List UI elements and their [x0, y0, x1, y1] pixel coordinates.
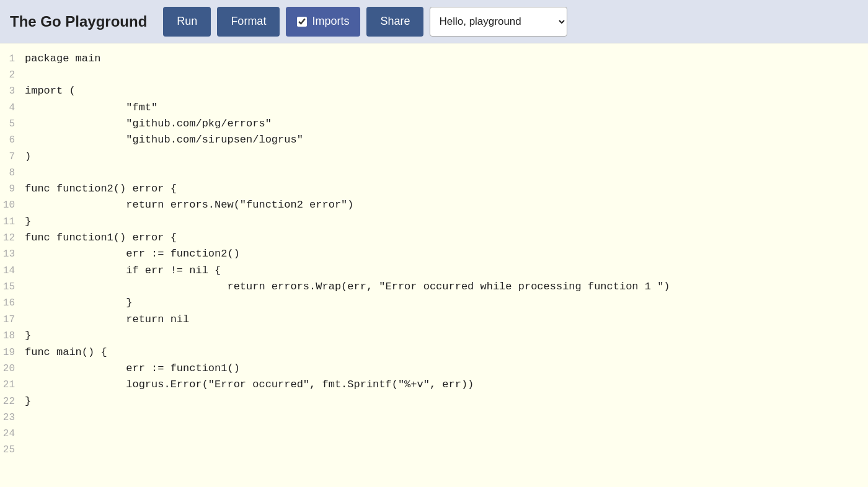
line-number: 12 [0, 230, 25, 246]
line-code: func function2() error { [25, 181, 868, 197]
line-number: 11 [0, 214, 25, 230]
line-code: } [25, 393, 868, 410]
code-line: 25 [0, 442, 868, 458]
code-line: 10 return errors.New("function2 error") [0, 197, 868, 213]
code-line: 2 [0, 67, 868, 83]
line-number: 8 [0, 165, 25, 181]
line-code: "fmt" [25, 100, 868, 116]
code-line: 7) [0, 149, 868, 165]
line-number: 16 [0, 295, 25, 311]
line-number: 17 [0, 312, 25, 328]
line-code: "github.com/sirupsen/logrus" [25, 132, 868, 148]
code-line: 16 } [0, 295, 868, 311]
line-code: package main [25, 51, 868, 67]
line-number: 5 [0, 116, 25, 132]
imports-checkbox[interactable] [297, 17, 307, 27]
code-line: 9func function2() error { [0, 181, 868, 197]
line-number: 22 [0, 393, 25, 410]
app-title: The Go Playground [10, 13, 147, 30]
code-line: 14 if err != nil { [0, 263, 868, 279]
code-line: 20 err := function1() [0, 361, 868, 377]
code-line: 12func function1() error { [0, 230, 868, 246]
line-code: func main() { [25, 344, 868, 361]
line-code: logrus.Error("Error occurred", fmt.Sprin… [25, 377, 868, 393]
line-code: err := function1() [25, 361, 868, 377]
line-code: import ( [25, 83, 868, 99]
line-number: 1 [0, 51, 25, 67]
imports-button[interactable]: Imports [286, 7, 360, 37]
code-line: 15 return errors.Wrap(err, "Error occurr… [0, 279, 868, 295]
line-number: 20 [0, 361, 25, 377]
line-code: if err != nil { [25, 263, 868, 279]
toolbar: The Go Playground Run Format Imports Sha… [0, 0, 868, 43]
code-line: 19func main() { [0, 344, 868, 361]
code-line: 11} [0, 214, 868, 230]
code-line: 5 "github.com/pkg/errors" [0, 116, 868, 132]
share-button[interactable]: Share [366, 7, 423, 37]
format-button[interactable]: Format [217, 7, 280, 37]
code-editor[interactable]: 1package main23import (4 "fmt"5 "github.… [0, 43, 868, 487]
line-number: 2 [0, 67, 25, 83]
code-line: 23 [0, 410, 868, 426]
code-line: 13 err := function2() [0, 246, 868, 262]
code-line: 22} [0, 393, 868, 410]
line-number: 10 [0, 197, 25, 213]
line-code: "github.com/pkg/errors" [25, 116, 868, 132]
code-line: 1package main [0, 51, 868, 67]
line-number: 14 [0, 263, 25, 279]
line-number: 23 [0, 410, 25, 426]
code-line: 3import ( [0, 83, 868, 99]
line-number: 25 [0, 442, 25, 458]
line-code: } [25, 295, 868, 311]
line-code: ) [25, 149, 868, 165]
line-code: return errors.New("function2 error") [25, 197, 868, 213]
line-number: 4 [0, 100, 25, 116]
line-code: err := function2() [25, 246, 868, 262]
line-number: 9 [0, 181, 25, 197]
line-code: return nil [25, 312, 868, 328]
line-number: 18 [0, 328, 25, 344]
code-line: 6 "github.com/sirupsen/logrus" [0, 132, 868, 148]
imports-label: Imports [312, 15, 349, 28]
code-line: 24 [0, 426, 868, 442]
line-number: 21 [0, 377, 25, 393]
line-number: 3 [0, 83, 25, 99]
line-number: 24 [0, 426, 25, 442]
code-line: 17 return nil [0, 312, 868, 328]
examples-select[interactable]: Hello, playgroundFibonacci ClosureErrors… [430, 7, 567, 37]
code-line: 21 logrus.Error("Error occurred", fmt.Sp… [0, 377, 868, 393]
line-code: return errors.Wrap(err, "Error occurred … [25, 279, 868, 295]
line-number: 6 [0, 132, 25, 148]
line-number: 15 [0, 279, 25, 295]
line-code: func function1() error { [25, 230, 868, 246]
line-code: } [25, 214, 868, 230]
code-line: 18} [0, 328, 868, 344]
code-line: 8 [0, 165, 868, 181]
line-number: 19 [0, 344, 25, 361]
code-line: 4 "fmt" [0, 100, 868, 116]
run-button[interactable]: Run [163, 7, 211, 37]
line-number: 13 [0, 246, 25, 262]
line-code: } [25, 328, 868, 344]
line-number: 7 [0, 149, 25, 165]
